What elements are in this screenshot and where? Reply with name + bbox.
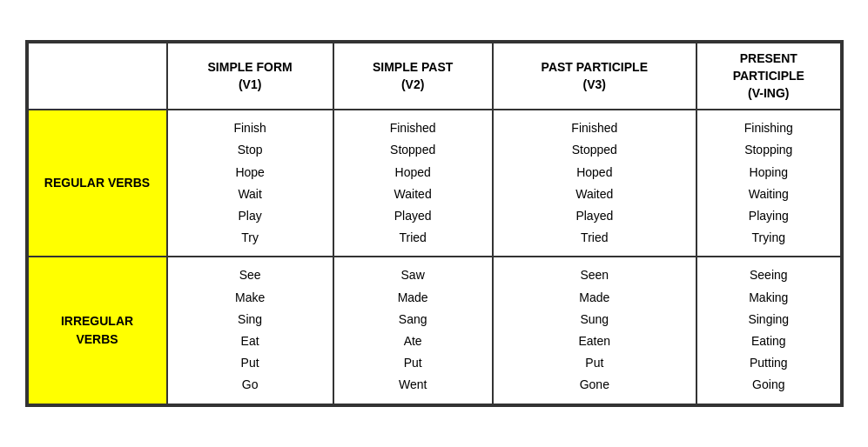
word: Saw — [401, 268, 425, 282]
word: Stopped — [572, 143, 617, 157]
word: Sing — [238, 312, 262, 326]
word: Went — [399, 377, 427, 391]
word: Finishing — [744, 121, 793, 135]
word: Eating — [751, 334, 786, 348]
v3-cell-1: SeenMadeSungEatenPutGone — [493, 257, 697, 404]
v1-cell-0: FinishStopHopeWaitPlayTry — [167, 110, 333, 257]
word: Singing — [748, 312, 789, 326]
row-label-1: IRREGULARVERBS — [28, 257, 167, 404]
v2-cell-1: SawMadeSangAtePutWent — [333, 257, 493, 404]
word: Played — [575, 209, 613, 223]
word: Put — [585, 356, 603, 370]
word: Hope — [235, 165, 264, 179]
word: Put — [404, 356, 422, 370]
word: Sung — [580, 312, 609, 326]
word: Stopping — [744, 143, 792, 157]
word: Made — [579, 290, 609, 304]
word: Eat — [241, 334, 259, 348]
header-blank — [28, 43, 167, 110]
header-row: SIMPLE FORM(V1) SIMPLE PAST(V2) PAST PAR… — [28, 43, 841, 110]
word: See — [239, 268, 261, 282]
table-row: REGULAR VERBSFinishStopHopeWaitPlayTryFi… — [28, 110, 841, 257]
word: Played — [394, 209, 432, 223]
word: Finished — [571, 121, 617, 135]
word: Putting — [750, 356, 788, 370]
word: Hoped — [395, 165, 431, 179]
word: Seeing — [750, 268, 788, 282]
word: Eaten — [579, 334, 611, 348]
word: Play — [239, 209, 262, 223]
v2-cell-0: FinishedStoppedHopedWaitedPlayedTried — [333, 110, 493, 257]
word: Waited — [575, 187, 613, 201]
ving-cell-0: FinishingStoppingHopingWaitingPlayingTry… — [696, 110, 840, 257]
word: Sang — [399, 312, 427, 326]
ving-cell-1: SeeingMakingSingingEatingPuttingGoing — [696, 257, 840, 404]
word: Put — [241, 356, 259, 370]
word: Finish — [233, 121, 266, 135]
word: Stopped — [390, 143, 435, 157]
table-row: IRREGULARVERBSSeeMakeSingEatPutGoSawMade… — [28, 257, 841, 404]
v1-cell-1: SeeMakeSingEatPutGo — [167, 257, 333, 404]
word: Hoping — [750, 165, 788, 179]
word: Finished — [390, 121, 436, 135]
header-present-participle: PRESENTPARTICIPLE(V-ING) — [696, 43, 840, 110]
word: Making — [749, 290, 788, 304]
word: Trying — [752, 230, 785, 244]
verb-table: SIMPLE FORM(V1) SIMPLE PAST(V2) PAST PAR… — [25, 40, 844, 406]
word: Made — [398, 290, 428, 304]
word: Waiting — [749, 187, 789, 201]
word: Tried — [581, 230, 608, 244]
header-simple-past: SIMPLE PAST(V2) — [333, 43, 493, 110]
word: Seen — [580, 268, 609, 282]
word: Ate — [404, 334, 422, 348]
word: Try — [241, 230, 259, 244]
header-past-participle: PAST PARTICIPLE(V3) — [493, 43, 697, 110]
row-label-0: REGULAR VERBS — [28, 110, 167, 257]
word: Hoped — [576, 165, 612, 179]
word: Playing — [749, 209, 789, 223]
word: Gone — [580, 377, 609, 391]
word: Go — [242, 377, 259, 391]
header-simple-form: SIMPLE FORM(V1) — [167, 43, 333, 110]
word: Waited — [394, 187, 432, 201]
word: Make — [235, 290, 265, 304]
word: Wait — [238, 187, 261, 201]
word: Tried — [399, 230, 426, 244]
word: Going — [752, 377, 784, 391]
word: Stop — [238, 143, 263, 157]
v3-cell-0: FinishedStoppedHopedWaitedPlayedTried — [493, 110, 697, 257]
